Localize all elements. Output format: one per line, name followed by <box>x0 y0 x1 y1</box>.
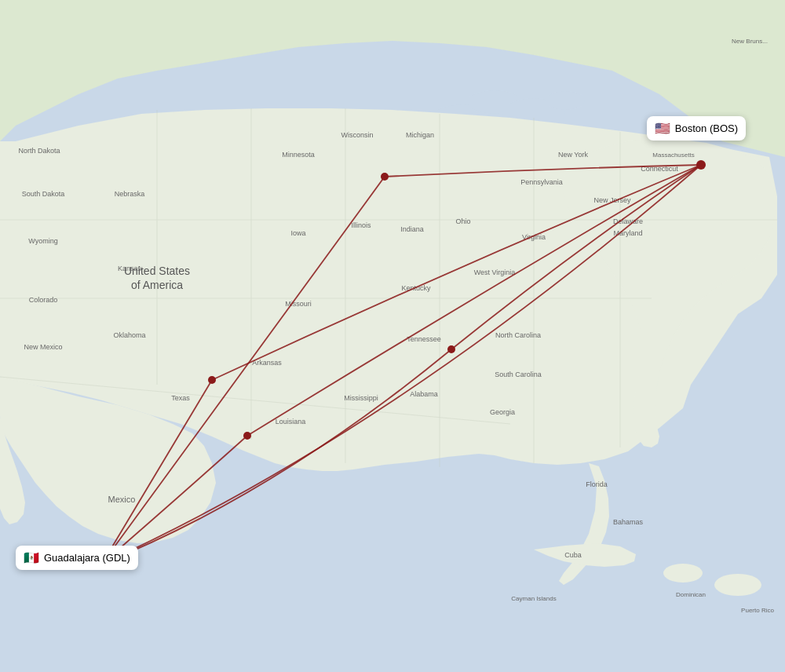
mx-flag: 🇲🇽 <box>24 550 39 565</box>
svg-text:New Bruns...: New Bruns... <box>732 38 768 45</box>
svg-point-5 <box>546 91 585 110</box>
svg-text:Alabama: Alabama <box>410 390 438 398</box>
svg-text:Cayman Islands: Cayman Islands <box>511 595 556 602</box>
svg-text:Georgia: Georgia <box>490 408 515 416</box>
gdl-airport-card: 🇲🇽 Guadalajara (GDL) <box>16 546 138 570</box>
svg-text:Massachusetts: Massachusetts <box>652 152 694 159</box>
svg-text:Wisconsin: Wisconsin <box>341 131 373 139</box>
svg-text:Cuba: Cuba <box>564 551 582 559</box>
svg-text:Florida: Florida <box>586 480 608 488</box>
svg-text:New Jersey: New Jersey <box>593 196 631 204</box>
svg-text:Kentucky: Kentucky <box>401 284 431 292</box>
svg-point-66 <box>447 345 455 353</box>
svg-text:Texas: Texas <box>171 394 190 402</box>
svg-text:Dominican: Dominican <box>676 591 706 598</box>
svg-text:Maryland: Maryland <box>613 229 642 237</box>
svg-text:of America: of America <box>131 279 183 291</box>
svg-point-6 <box>663 564 703 583</box>
svg-text:Colorado: Colorado <box>29 296 58 304</box>
us-flag: 🇺🇸 <box>655 121 670 136</box>
svg-text:Wyoming: Wyoming <box>28 237 57 245</box>
svg-text:Louisiana: Louisiana <box>276 418 306 425</box>
svg-text:Oklahoma: Oklahoma <box>113 331 145 339</box>
svg-text:South Dakota: South Dakota <box>22 190 65 198</box>
svg-text:United States: United States <box>124 265 190 277</box>
svg-text:Illinois: Illinois <box>351 221 371 229</box>
gdl-label: Guadalajara (GDL) <box>44 552 130 564</box>
boston-airport-card: 🇺🇸 Boston (BOS) <box>647 116 746 141</box>
svg-text:Mississippi: Mississippi <box>344 394 378 402</box>
svg-text:Puerto Rico: Puerto Rico <box>741 607 774 614</box>
svg-point-64 <box>208 376 216 384</box>
svg-text:Bahamas: Bahamas <box>613 518 644 526</box>
svg-point-67 <box>696 160 706 170</box>
svg-text:Ohio: Ohio <box>455 217 470 225</box>
svg-text:North Carolina: North Carolina <box>495 331 541 339</box>
svg-point-63 <box>381 173 389 181</box>
svg-text:Iowa: Iowa <box>290 229 305 237</box>
svg-text:West Virginia: West Virginia <box>474 268 516 276</box>
svg-text:New Mexico: New Mexico <box>24 343 62 351</box>
svg-text:Minnesota: Minnesota <box>282 151 315 159</box>
svg-point-65 <box>243 432 251 440</box>
svg-text:New York: New York <box>558 151 589 159</box>
svg-text:South Carolina: South Carolina <box>495 371 542 378</box>
svg-text:North Dakota: North Dakota <box>18 147 60 155</box>
svg-text:Pennsylvania: Pennsylvania <box>520 178 563 186</box>
svg-text:Michigan: Michigan <box>406 131 434 139</box>
svg-point-7 <box>714 574 761 596</box>
svg-text:Indiana: Indiana <box>400 225 424 233</box>
map-container: North Dakota South Dakota Wyoming Colora… <box>0 0 785 672</box>
svg-text:Mexico: Mexico <box>108 495 136 504</box>
svg-text:Nebraska: Nebraska <box>115 190 145 198</box>
boston-label: Boston (BOS) <box>675 122 738 134</box>
